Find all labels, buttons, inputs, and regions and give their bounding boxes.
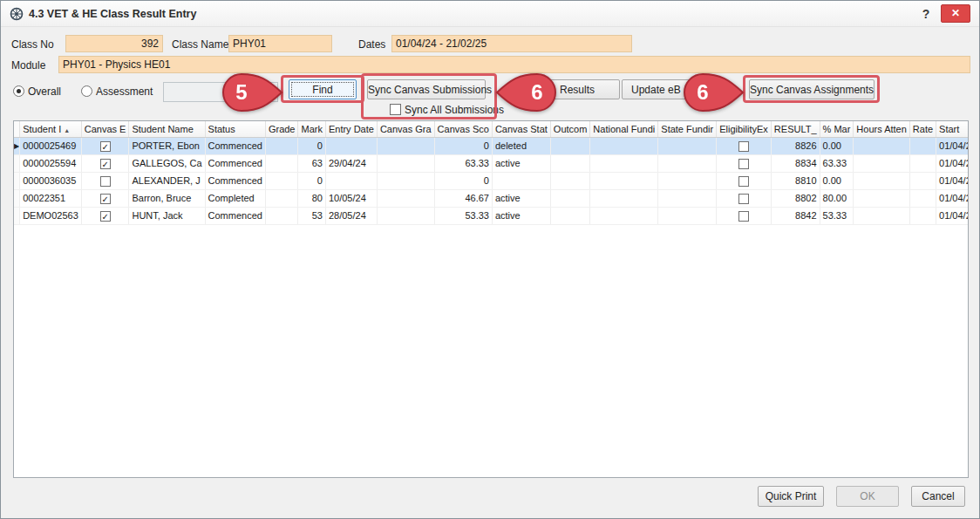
eligibility_ex-checkbox[interactable] — [738, 194, 749, 204]
cell-national_funding[interactable] — [590, 172, 658, 189]
assessment-radio[interactable] — [81, 85, 92, 97]
column-header-result_id[interactable]: RESULT_ — [771, 121, 820, 137]
cell-outcome[interactable] — [550, 189, 590, 207]
cell-mark[interactable]: 80 — [298, 189, 325, 207]
column-header-eligibility_ex[interactable]: EligibilityEx — [717, 121, 772, 137]
cell-canvas_status[interactable]: active — [492, 207, 550, 224]
cell-canvas_enrolled[interactable] — [81, 172, 129, 189]
cell-student_id[interactable]: 0000025469 — [20, 137, 82, 154]
cell-status[interactable]: Commenced — [205, 137, 265, 154]
column-header-status[interactable]: Status — [205, 121, 265, 137]
cell-canvas_enrolled[interactable]: ✓ — [81, 207, 129, 224]
cell-canvas_grade[interactable] — [377, 207, 434, 224]
cell-canvas_status[interactable]: active — [492, 189, 550, 207]
column-header-rate[interactable]: Rate — [909, 121, 936, 137]
cell-status[interactable]: Commenced — [205, 154, 265, 172]
cell-mark[interactable]: 53 — [298, 207, 325, 224]
cell-eligibility_ex[interactable] — [717, 137, 772, 154]
column-header-entry_date[interactable]: Entry Date — [325, 121, 377, 137]
cell-eligibility_ex[interactable] — [717, 207, 772, 224]
cell-student_id[interactable]: DEMO02563 — [20, 207, 82, 224]
cell-start[interactable]: 01/04/24 — [936, 207, 969, 224]
column-header-hours_attended[interactable]: Hours Atten — [854, 121, 909, 137]
help-button[interactable]: ? — [915, 4, 937, 24]
cell-rate[interactable] — [909, 207, 936, 224]
cell-student_name[interactable]: Barron, Bruce — [129, 189, 205, 207]
cell-canvas_status[interactable]: deleted — [492, 137, 550, 154]
cell-canvas_score[interactable]: 0 — [434, 137, 492, 154]
cell-national_funding[interactable] — [590, 154, 658, 172]
close-button[interactable]: ✕ — [941, 4, 970, 23]
table-row[interactable]: 00022351✓Barron, BruceCompleted8010/05/2… — [14, 189, 969, 207]
cell-entry_date[interactable] — [325, 172, 377, 189]
cell-grade[interactable] — [265, 172, 298, 189]
cell-rate[interactable] — [909, 137, 936, 154]
cell-hours_attended[interactable] — [854, 137, 909, 154]
table-row[interactable]: 0000025594✓GALLEGOS, CaCommenced6329/04/… — [14, 154, 969, 172]
cell-student_id[interactable]: 0000036035 — [20, 172, 82, 189]
cell-eligibility_ex[interactable] — [717, 189, 772, 207]
cell-result_id[interactable]: 8834 — [771, 154, 820, 172]
cell-start[interactable]: 01/04/24 — [936, 137, 969, 154]
column-header-student_name[interactable]: Student Name — [129, 121, 205, 137]
cell-result_id[interactable]: 8826 — [771, 137, 820, 154]
cell-result_id[interactable]: 8802 — [771, 189, 820, 207]
cell-entry_date[interactable] — [325, 137, 377, 154]
cell-mark[interactable]: 63 — [298, 154, 325, 172]
cell-national_funding[interactable] — [590, 207, 658, 224]
cell-state_funding[interactable] — [658, 154, 717, 172]
table-row[interactable]: ▶0000025469✓PORTER, EbonCommenced00delet… — [14, 137, 969, 154]
cell-national_funding[interactable] — [590, 189, 658, 207]
sync-canvas-assignments-button[interactable]: Sync Canvas Assignments — [749, 79, 875, 99]
assessment-select[interactable] — [163, 82, 278, 102]
column-header-canvas_enrolled[interactable]: Canvas E — [81, 121, 129, 137]
eligibility_ex-checkbox[interactable] — [738, 211, 749, 222]
cell-status[interactable]: Commenced — [205, 207, 265, 224]
cell-grade[interactable] — [265, 154, 298, 172]
cell-outcome[interactable] — [550, 172, 590, 189]
cell-national_funding[interactable] — [590, 137, 658, 154]
cell-canvas_grade[interactable] — [377, 154, 434, 172]
class-no-field[interactable]: 392 — [65, 35, 163, 52]
cell-state_funding[interactable] — [658, 137, 717, 154]
cell-eligibility_ex[interactable] — [717, 154, 772, 172]
cell-outcome[interactable] — [550, 207, 590, 224]
eligibility_ex-checkbox[interactable] — [738, 141, 749, 152]
dates-field[interactable]: 01/04/24 - 21/02/25 — [391, 35, 632, 52]
cell-rate[interactable] — [909, 154, 936, 172]
cell-eligibility_ex[interactable] — [717, 172, 772, 189]
column-header-national_funding[interactable]: National Fundi — [590, 121, 658, 137]
cell-grade[interactable] — [265, 207, 298, 224]
cell-canvas_enrolled[interactable]: ✓ — [81, 154, 129, 172]
cell-student_name[interactable]: GALLEGOS, Ca — [129, 154, 205, 172]
cell-student_name[interactable]: ALEXANDER, J — [129, 172, 205, 189]
canvas_enrolled-checkbox[interactable]: ✓ — [100, 211, 111, 222]
cell-student_name[interactable]: PORTER, Ebon — [129, 137, 205, 154]
column-header-mark[interactable]: Mark — [298, 121, 325, 137]
cell-status[interactable]: Commenced — [205, 172, 265, 189]
cell-canvas_status[interactable]: active — [492, 154, 550, 172]
cell-canvas_score[interactable]: 46.67 — [434, 189, 492, 207]
cell-state_funding[interactable] — [658, 189, 717, 207]
cell-student_id[interactable]: 0000025594 — [20, 154, 82, 172]
cell-entry_date[interactable]: 10/05/24 — [325, 189, 377, 207]
overall-radio[interactable] — [13, 85, 24, 97]
ok-button[interactable]: OK — [836, 486, 899, 507]
cancel-button[interactable]: Cancel — [911, 486, 965, 507]
cell-canvas_score[interactable]: 0 — [434, 172, 492, 189]
column-header-pct_mark[interactable]: % Mar — [820, 121, 854, 137]
sync-all-submissions-checkbox[interactable] — [390, 104, 401, 115]
cell-state_funding[interactable] — [658, 207, 717, 224]
cell-outcome[interactable] — [550, 154, 590, 172]
column-header-canvas_grade[interactable]: Canvas Gra — [377, 121, 434, 137]
cell-start[interactable]: 01/04/24 — [936, 189, 969, 207]
canvas_enrolled-checkbox[interactable]: ✓ — [100, 194, 111, 204]
cell-state_funding[interactable] — [658, 172, 717, 189]
cell-canvas_enrolled[interactable]: ✓ — [81, 189, 129, 207]
table-row[interactable]: 0000036035ALEXANDER, JCommenced0088100.0… — [14, 172, 969, 189]
cell-grade[interactable] — [265, 137, 298, 154]
update-eb-button[interactable]: Update eB — [622, 79, 704, 99]
cell-mark[interactable]: 0 — [298, 172, 325, 189]
cell-pct_mark[interactable]: 0.00 — [820, 172, 854, 189]
cell-hours_attended[interactable] — [854, 207, 909, 224]
